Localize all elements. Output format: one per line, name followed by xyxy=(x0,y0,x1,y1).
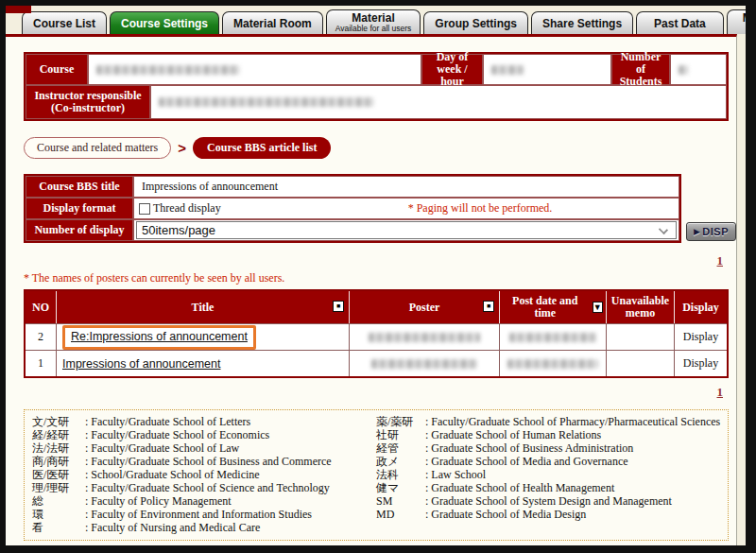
tab-group-settings[interactable]: Group Settings xyxy=(423,11,528,34)
legend-abbr: 看 xyxy=(32,521,85,534)
tab-material[interactable]: Material Available for all users xyxy=(326,9,421,34)
legend-abbr: 経/経研 xyxy=(32,428,85,441)
legend-name: : Graduate School of System Design and M… xyxy=(425,494,720,508)
breadcrumb-separator: > xyxy=(178,140,186,156)
legend-name: : Graduate School of Human Relations xyxy=(425,428,720,441)
day-of-week-redacted xyxy=(491,65,524,75)
legend-name: : Graduate School of Media Design xyxy=(425,508,720,521)
legend-item: MD: Graduate School of Media Design xyxy=(376,508,720,521)
legend-name: : Faculty/Graduate School of Business an… xyxy=(85,455,376,468)
application-window: Course List Course Settings Material Roo… xyxy=(6,6,746,545)
bbs-title-value: Impressions of announcement xyxy=(133,176,679,198)
legend-abbr: 政メ xyxy=(376,455,425,468)
legend-item: 健マ: Graduate School of Health Management xyxy=(376,481,720,494)
disp-button[interactable]: ▶DISP xyxy=(686,222,736,241)
tab-course-settings[interactable]: Course Settings xyxy=(110,11,219,34)
legend-item: 法科: Law School xyxy=(376,468,720,481)
date-sort-desc-icon[interactable]: ▼ xyxy=(593,302,603,313)
display-format-label: Display format xyxy=(26,198,133,219)
legend-abbr: SM xyxy=(376,494,425,508)
content-panel: Course Day of week / hour Number of Stud… xyxy=(6,34,737,545)
article-title-link[interactable]: Impressions of announcement xyxy=(62,357,220,371)
pagination-top: 1 xyxy=(24,251,729,268)
pagination-bottom: 1 xyxy=(24,383,729,400)
play-icon: ▶ xyxy=(694,227,700,236)
tab-message[interactable]: Message on a class xyxy=(727,9,746,34)
instructor-label: Instructor responsible (Co-instructor) xyxy=(26,85,150,119)
instructor-value-cell xyxy=(150,85,727,119)
course-value-cell xyxy=(88,54,421,85)
legend-abbr: MD xyxy=(376,508,425,521)
tab-message-label: Message xyxy=(743,11,746,25)
thread-display-checkbox[interactable] xyxy=(139,203,150,215)
page-number-link[interactable]: 1 xyxy=(717,385,730,399)
legend-abbr: 総 xyxy=(32,494,85,508)
poster-name-redacted xyxy=(369,333,480,342)
legend-name: : School/Graduate School of Medicine xyxy=(85,468,376,481)
posters-visibility-note: * The names of posters can currently be … xyxy=(24,271,736,285)
tab-material-sublabel: Available for all users xyxy=(335,25,412,33)
instructor-name-redacted xyxy=(159,97,374,107)
legend-abbr: 法/法研 xyxy=(32,441,85,455)
display-count-select[interactable]: 50items/page xyxy=(136,221,677,239)
column-header-title: Title ■ xyxy=(57,291,350,323)
article-display-link[interactable]: Display xyxy=(675,323,727,350)
table-row: 2 Re:Impressions of announcement Display xyxy=(26,323,727,350)
legend-abbr: 健マ xyxy=(376,481,425,494)
course-label: Course xyxy=(26,54,88,85)
article-poster-cell xyxy=(350,323,500,350)
poster-name-redacted xyxy=(371,359,477,369)
legend-name: : Law School xyxy=(425,468,720,481)
legend-item: 商/商研: Faculty/Graduate School of Busines… xyxy=(32,455,376,468)
tab-material-label: Material xyxy=(352,11,394,25)
legend-item: 環: Faculty of Environment and Informatio… xyxy=(32,508,376,521)
article-no: 1 xyxy=(26,350,57,376)
breadcrumb-current: Course BBS article list xyxy=(193,137,331,159)
legend-abbr: 薬/薬研 xyxy=(376,415,425,428)
legend-name: : Faculty/Graduate School of Law xyxy=(85,441,376,455)
article-date-cell xyxy=(500,323,607,350)
legend-abbr: 経管 xyxy=(376,441,425,455)
poster-header-label: Poster xyxy=(409,302,440,314)
poster-sort-icon[interactable]: ■ xyxy=(483,301,494,312)
bbs-form-table: Course BBS title Impressions of announce… xyxy=(24,174,681,243)
legend-right-column: 薬/薬研: Faculty/Graduate School of Pharmac… xyxy=(376,415,720,534)
legend-abbr: 環 xyxy=(32,508,85,521)
legend-item: 経管: Graduate School of Business Administ… xyxy=(376,441,720,455)
display-format-value-cell: Thread display * Paging will not be perf… xyxy=(133,198,679,219)
table-row: 1 Impressions of announcement Display xyxy=(26,350,727,376)
tab-material-room[interactable]: Material Room xyxy=(222,11,323,34)
tab-past-data[interactable]: Past Data xyxy=(636,11,724,34)
column-header-memo: Unavailable memo xyxy=(607,291,675,323)
post-date-redacted xyxy=(507,359,598,369)
page-number-link[interactable]: 1 xyxy=(717,253,730,268)
disp-button-label: DISP xyxy=(702,226,729,237)
day-of-week-label: Day of week / hour xyxy=(421,54,483,85)
legend-item: 薬/薬研: Faculty/Graduate School of Pharmac… xyxy=(376,415,720,428)
legend-name: : Graduate School of Health Management xyxy=(425,481,720,494)
display-count-selected-option: 50items/page xyxy=(142,223,215,237)
course-name-redacted xyxy=(96,65,240,75)
students-count-redacted xyxy=(679,65,688,75)
header-fragment xyxy=(6,6,31,13)
title-sort-icon[interactable]: ■ xyxy=(333,301,344,312)
legend-item: 法/法研: Faculty/Graduate School of Law xyxy=(32,441,376,455)
tab-share-settings[interactable]: Share Settings xyxy=(531,11,633,34)
article-display-link[interactable]: Display xyxy=(675,350,727,376)
bbs-form-section: Course BBS title Impressions of announce… xyxy=(24,174,736,243)
highlight-box: Re:Impressions of announcement xyxy=(62,325,256,350)
tab-course-list[interactable]: Course List xyxy=(22,11,107,34)
display-count-value-cell: 50items/page xyxy=(133,219,679,241)
legend-item: 政メ: Graduate School of Media and Governa… xyxy=(376,455,720,468)
column-header-poster: Poster ■ xyxy=(350,291,500,323)
legend-item: 文/文研: Faculty/Graduate School of Letters xyxy=(32,415,376,428)
legend-name: : Faculty/Graduate School of Letters xyxy=(85,415,376,428)
legend-item: 看: Faculty of Nursing and Medical Care xyxy=(32,521,376,534)
students-label: Number of Students xyxy=(611,54,670,85)
column-header-post-date: Post date and time ▼ xyxy=(500,291,607,323)
post-date-redacted xyxy=(509,333,596,342)
breadcrumb-parent-button[interactable]: Course and related matters xyxy=(24,137,171,159)
article-title-link[interactable]: Re:Impressions of announcement xyxy=(71,330,248,343)
tab-bar: Course List Course Settings Material Roo… xyxy=(6,6,746,34)
post-date-header-label: Post date and time xyxy=(503,295,588,320)
